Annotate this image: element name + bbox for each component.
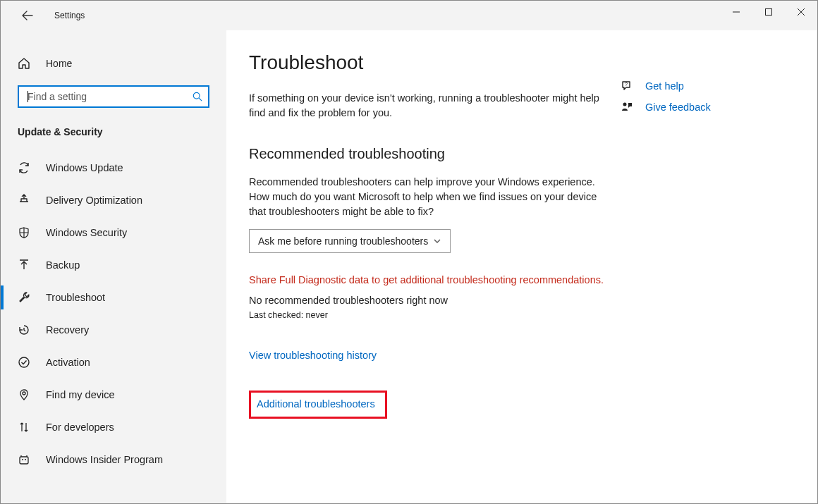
additional-troubleshooters-link[interactable]: Additional troubleshooters [251, 398, 375, 410]
dev-icon [18, 421, 30, 434]
search-box[interactable] [18, 85, 209, 108]
titlebar: Settings [1, 1, 817, 30]
svg-point-6 [25, 459, 26, 460]
svg-rect-4 [20, 457, 28, 464]
home-button[interactable]: Home [1, 47, 226, 80]
sidebar-item-label: Backup [46, 259, 80, 271]
window-controls [720, 1, 817, 23]
view-history-link[interactable]: View troubleshooting history [249, 350, 606, 361]
check-circle-icon [18, 356, 30, 369]
get-help-label: Get help [645, 80, 684, 92]
svg-rect-0 [766, 9, 772, 16]
section-description: Recommended troubleshooters can help imp… [249, 175, 606, 219]
arrow-left-icon [22, 10, 33, 21]
close-button[interactable] [785, 1, 817, 23]
sidebar-item-for-developers[interactable]: For developers [1, 411, 226, 443]
search-icon [193, 92, 202, 102]
help-pane: ? Get help Give feedback [606, 51, 789, 482]
feedback-icon [620, 101, 634, 113]
sidebar-item-label: Troubleshoot [46, 292, 105, 303]
insider-icon [18, 453, 30, 466]
give-feedback-label: Give feedback [645, 102, 711, 113]
delivery-icon [18, 194, 30, 207]
dropdown-value: Ask me before running troubleshooters [258, 235, 428, 247]
sidebar-item-label: For developers [46, 422, 114, 433]
window-title: Settings [54, 11, 85, 20]
sidebar-item-delivery-optimization[interactable]: Delivery Optimization [1, 184, 226, 216]
back-button[interactable] [13, 1, 42, 30]
last-checked-text: Last checked: never [249, 310, 606, 320]
settings-window: Settings Home [0, 0, 818, 504]
get-help-link[interactable]: ? Get help [620, 80, 789, 92]
sidebar-item-label: Delivery Optimization [46, 195, 142, 206]
troubleshoot-mode-dropdown[interactable]: Ask me before running troubleshooters [249, 229, 451, 253]
sidebar-item-recovery[interactable]: Recovery [1, 314, 226, 346]
give-feedback-link[interactable]: Give feedback [620, 101, 789, 113]
home-icon [18, 57, 30, 70]
sidebar: Home Update & Security Windows Updat [1, 30, 226, 503]
sidebar-item-label: Recovery [46, 324, 89, 336]
minimize-icon [733, 8, 740, 16]
home-label: Home [46, 58, 72, 69]
section-title: Recommended troubleshooting [249, 146, 606, 162]
svg-point-8 [623, 103, 627, 106]
sidebar-item-windows-update[interactable]: Windows Update [1, 152, 226, 184]
backup-icon [18, 259, 30, 271]
sidebar-item-backup[interactable]: Backup [1, 249, 226, 281]
maximize-button[interactable] [752, 1, 785, 23]
highlight-box: Additional troubleshooters [249, 391, 387, 419]
svg-point-1 [193, 92, 200, 99]
text-cursor [28, 91, 28, 102]
chevron-down-icon [433, 237, 441, 245]
sidebar-item-activation[interactable]: Activation [1, 346, 226, 379]
sidebar-category: Update & Security [1, 113, 226, 145]
sidebar-item-label: Windows Security [46, 227, 127, 238]
sidebar-item-windows-security[interactable]: Windows Security [1, 216, 226, 249]
diagnostic-warning: Share Full Diagnostic data to get additi… [249, 273, 606, 288]
wrench-icon [18, 291, 30, 304]
minimize-button[interactable] [720, 1, 752, 23]
sidebar-item-troubleshoot[interactable]: Troubleshoot [1, 281, 226, 314]
main-content: Troubleshoot If something on your device… [226, 30, 817, 503]
nav-list: Windows Update Delivery Optimization Win… [1, 145, 226, 476]
close-icon [798, 8, 805, 16]
sidebar-item-label: Find my device [46, 389, 115, 400]
page-title: Troubleshoot [249, 51, 606, 74]
svg-point-3 [23, 392, 25, 395]
sidebar-item-label: Activation [46, 357, 90, 368]
find-device-icon [18, 388, 30, 401]
maximize-icon [765, 8, 772, 16]
recovery-icon [18, 324, 30, 336]
sidebar-item-label: Windows Update [46, 162, 123, 173]
sync-icon [18, 161, 30, 174]
sidebar-item-label: Windows Insider Program [46, 454, 163, 465]
svg-point-2 [19, 357, 29, 367]
search-input[interactable] [28, 87, 193, 106]
svg-text:?: ? [625, 82, 628, 87]
shield-icon [18, 226, 30, 239]
sidebar-item-find-my-device[interactable]: Find my device [1, 379, 226, 411]
help-icon: ? [620, 80, 634, 92]
svg-point-5 [22, 459, 23, 460]
status-text: No recommended troubleshooters right now [249, 295, 606, 306]
intro-text: If something on your device isn't workin… [249, 91, 606, 121]
sidebar-item-windows-insider[interactable]: Windows Insider Program [1, 443, 226, 476]
